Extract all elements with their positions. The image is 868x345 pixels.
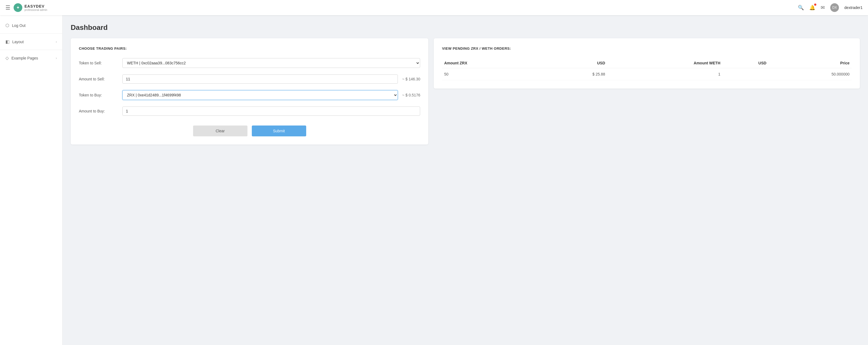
- col-amount-zrx: Amount ZRX: [442, 58, 544, 68]
- sidebar-item-layout-inner: ◧ Layout: [5, 39, 24, 44]
- token-to-buy-select[interactable]: ZRX | 0xe41d2489...1f4699f498WETH | 0xc0…: [122, 90, 398, 100]
- amount-to-sell-control: [122, 74, 398, 84]
- col-usd-zrx: USD: [544, 58, 607, 68]
- sidebar-item-logout-label: Log Out: [12, 23, 26, 28]
- sidebar-item-layout[interactable]: ◧ Layout ›: [0, 36, 62, 47]
- amount-to-buy-row: Amount to Buy:: [79, 106, 420, 116]
- sidebar-item-logout-inner: ⬡ Log Out: [5, 23, 26, 28]
- amount-to-buy-label: Amount to Buy:: [79, 109, 122, 113]
- example-pages-icon: ◇: [5, 56, 9, 61]
- token-to-buy-row: Token to Buy: ZRX | 0xe41d2489...1f4699f…: [79, 90, 420, 100]
- cell-amount-weth: 1: [607, 68, 722, 80]
- search-icon[interactable]: 🔍: [798, 5, 804, 10]
- sidebar-divider: [0, 33, 62, 34]
- token-to-sell-control: WETH | 0xc02aaa39...083c756cc2ETH | 0x00…: [122, 58, 420, 68]
- token-to-sell-row: Token to Sell: WETH | 0xc02aaa39...083c7…: [79, 58, 420, 68]
- layout-icon: ◧: [5, 39, 9, 44]
- token-to-sell-select[interactable]: WETH | 0xc02aaa39...083c756cc2ETH | 0x00…: [122, 58, 420, 68]
- orders-table: Amount ZRX USD Amount WETH USD Price 50 …: [442, 58, 852, 80]
- sidebar: ⬡ Log Out ◧ Layout › ◇ Example Pages ›: [0, 15, 63, 345]
- mail-icon[interactable]: ✉: [821, 5, 825, 10]
- table-row: 50 $ 25.88 1 50.000000: [442, 68, 852, 80]
- avatar: DX: [830, 3, 839, 12]
- trading-form-title: CHOOSE TRADING PAIRS:: [79, 46, 420, 50]
- cell-usd-weth: [722, 68, 769, 80]
- submit-button[interactable]: Submit: [252, 126, 306, 136]
- amount-to-sell-price: ~ $ 146.30: [402, 77, 421, 81]
- token-to-buy-label: Token to Buy:: [79, 93, 122, 97]
- notification-badge: [814, 3, 816, 6]
- page-title: Dashboard: [71, 23, 860, 32]
- cell-amount-zrx: 50: [442, 68, 544, 80]
- clear-button[interactable]: Clear: [193, 126, 247, 136]
- amount-to-buy-price: ~ $ 0.5176: [402, 93, 421, 97]
- form-buttons: Clear Submit: [79, 126, 420, 136]
- orders-card: VIEW PENDING ZRX / WETH ORDERS: Amount Z…: [434, 38, 860, 89]
- col-amount-weth: Amount WETH: [607, 58, 722, 68]
- logo-icon: ✦: [13, 3, 22, 12]
- main-content: Dashboard CHOOSE TRADING PAIRS: Token to…: [63, 15, 868, 345]
- logout-icon: ⬡: [5, 23, 9, 28]
- chevron-right-icon-2: ›: [56, 56, 57, 60]
- app-header: ☰ ✦ EASYDEV professional admin 🔍 🔔 ✉ DX …: [0, 0, 868, 15]
- logo-text: EASYDEV professional admin: [25, 4, 47, 11]
- amount-to-sell-label: Amount to Sell:: [79, 77, 122, 81]
- sidebar-item-layout-label: Layout: [12, 40, 24, 44]
- sidebar-divider-2: [0, 50, 62, 50]
- amount-to-buy-input[interactable]: [122, 106, 420, 116]
- orders-table-header-row: Amount ZRX USD Amount WETH USD Price: [442, 58, 852, 68]
- orders-table-title: VIEW PENDING ZRX / WETH ORDERS:: [442, 46, 852, 50]
- hamburger-icon[interactable]: ☰: [5, 4, 10, 11]
- username-label: dextrader1: [844, 5, 863, 10]
- amount-to-sell-input[interactable]: [122, 74, 398, 84]
- app-body: ⬡ Log Out ◧ Layout › ◇ Example Pages › D…: [0, 15, 868, 345]
- logo-subtitle: professional admin: [25, 8, 47, 11]
- token-to-buy-control: ZRX | 0xe41d2489...1f4699f498WETH | 0xc0…: [122, 90, 398, 100]
- sidebar-item-example-pages[interactable]: ◇ Example Pages ›: [0, 52, 62, 64]
- chevron-right-icon: ›: [56, 40, 57, 44]
- logo-container: ✦ EASYDEV professional admin: [13, 3, 47, 12]
- logo-title: EASYDEV: [25, 4, 47, 8]
- sidebar-item-logout[interactable]: ⬡ Log Out: [0, 20, 62, 31]
- col-price: Price: [769, 58, 852, 68]
- amount-to-sell-row: Amount to Sell: ~ $ 146.30: [79, 74, 420, 84]
- sidebar-item-example-inner: ◇ Example Pages: [5, 56, 38, 61]
- header-right: 🔍 🔔 ✉ DX dextrader1: [798, 3, 863, 12]
- cards-row: CHOOSE TRADING PAIRS: Token to Sell: WET…: [71, 38, 860, 144]
- cell-usd-zrx: $ 25.88: [544, 68, 607, 80]
- token-to-sell-label: Token to Sell:: [79, 61, 122, 65]
- col-usd-weth: USD: [722, 58, 769, 68]
- cell-price: 50.000000: [769, 68, 852, 80]
- amount-to-buy-control: [122, 106, 420, 116]
- bell-icon[interactable]: 🔔: [809, 5, 815, 10]
- header-left: ☰ ✦ EASYDEV professional admin: [5, 3, 47, 12]
- sidebar-item-example-label: Example Pages: [11, 56, 38, 60]
- trading-form-card: CHOOSE TRADING PAIRS: Token to Sell: WET…: [71, 38, 428, 144]
